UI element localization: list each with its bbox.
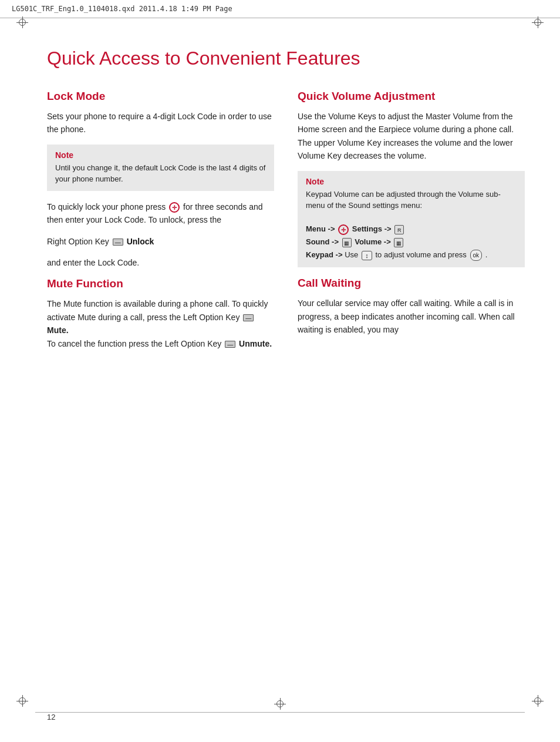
volume-label: Volume -> — [355, 237, 391, 246]
left-option-key-icon-unmute: — — [225, 341, 235, 348]
lock-mode-heading: Lock Mode — [47, 90, 274, 103]
unlock-text: Unlock — [127, 237, 154, 246]
lock-mode-note-text: Until you change it, the default Lock Co… — [55, 162, 266, 185]
volume-note-intro: Keypad Volume can be adjusted through th… — [306, 189, 517, 262]
ok-button-icon: ok — [470, 250, 483, 261]
reg-mark-bc — [274, 698, 286, 710]
settings-label: Settings -> — [352, 224, 392, 233]
header-bar: LG501C_TRF_Eng1.0_1104018.qxd 2011.4.18 … — [0, 0, 560, 18]
lock-mode-body2: To quickly lock your phone press ✛ for t… — [47, 200, 274, 227]
mute-function-body: The Mute function is available during a … — [47, 297, 274, 350]
call-waiting-heading: Call Waiting — [298, 277, 525, 290]
keypad-label: Keypad -> — [306, 250, 343, 259]
keypad-adjust-text: to adjust volume and press — [376, 250, 467, 259]
page-container: LG501C_TRF_Eng1.0_1104018.qxd 2011.4.18 … — [0, 0, 560, 742]
mute-body-text: The Mute function is available during a … — [47, 299, 268, 321]
quick-volume-body: Use the Volume Keys to adjust the Master… — [298, 110, 525, 163]
lock-body2-part1: To quickly lock your phone press — [47, 202, 166, 211]
unmute-label: Unmute. — [239, 339, 272, 348]
volume-note-box: Note Keypad Volume can be adjusted throu… — [298, 171, 525, 268]
col-right: Quick Volume Adjustment Use the Volume K… — [298, 90, 525, 358]
bottom-line — [35, 712, 525, 713]
menu-label: Menu -> — [306, 224, 335, 233]
page-number: 12 — [47, 713, 55, 721]
lock-mode-body1: Sets your phone to require a 4-digit Loc… — [47, 110, 274, 136]
mute-label: Mute. — [47, 325, 69, 335]
sound-icon: ▦ — [342, 238, 352, 247]
lock-mode-note-label: Note — [55, 150, 266, 160]
col-left: Lock Mode Sets your phone to require a 4… — [47, 90, 274, 358]
lock-body2-part3: Right Option Key — [47, 237, 109, 246]
right-option-key-icon: — — [113, 239, 123, 246]
lock-mode-body3: Right Option Key — Unlock — [47, 235, 274, 248]
quick-volume-heading: Quick Volume Adjustment — [298, 90, 525, 103]
reg-mark-br — [532, 695, 544, 707]
nav-cross-icon: ✛ — [169, 202, 180, 213]
volume-nav-menu: Menu -> ✛ Settings -> R Sound -> ▦ Volum… — [306, 223, 517, 261]
lock-mode-note-box: Note Until you change it, the default Lo… — [47, 145, 274, 191]
menu-cross-icon: ✛ — [338, 224, 349, 235]
reg-mark-tr — [532, 16, 544, 28]
mute-body2: To cancel the function press the Left Op… — [47, 339, 221, 348]
updown-scroll-icon: ↕ — [362, 251, 372, 260]
header-text: LG501C_TRF_Eng1.0_1104018.qxd 2011.4.18 … — [12, 5, 232, 13]
mute-function-heading: Mute Function — [47, 277, 274, 290]
left-option-key-icon-mute: — — [243, 314, 254, 321]
volume-icon: ▦ — [394, 238, 403, 247]
sound-label: Sound -> — [306, 237, 339, 246]
page-title: Quick Access to Convenient Features — [47, 48, 525, 69]
lock-mode-body4: and enter the Lock Code. — [47, 256, 274, 269]
keypad-use-text: Use — [345, 250, 358, 259]
volume-note-intro-text: Keypad Volume can be adjusted through th… — [306, 189, 517, 211]
reg-mark-tl — [16, 16, 28, 28]
settings-r-icon: R — [394, 225, 404, 234]
call-waiting-body: Your cellular service may offer call wai… — [298, 297, 525, 336]
main-content: Quick Access to Convenient Features Lock… — [0, 18, 560, 394]
two-col-layout: Lock Mode Sets your phone to require a 4… — [47, 90, 525, 358]
volume-note-label: Note — [306, 177, 517, 186]
reg-mark-bl — [16, 695, 28, 707]
